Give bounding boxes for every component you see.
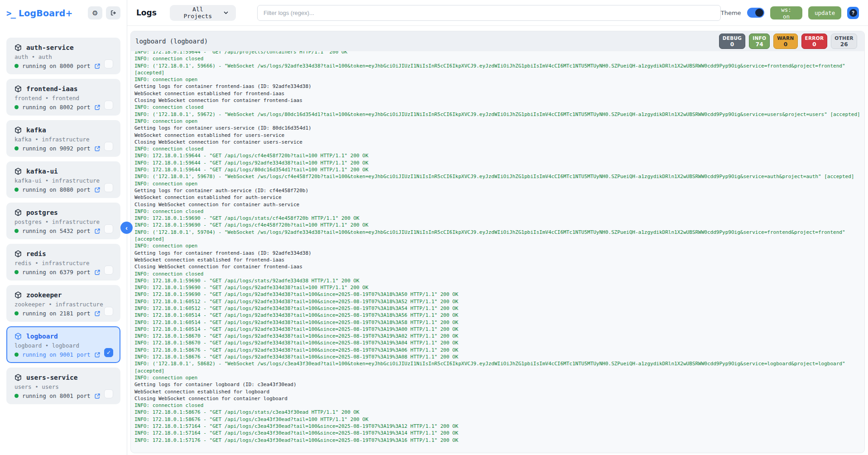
service-card-logboard[interactable]: logboardlogboard • logboardrunning on 90… — [6, 326, 120, 363]
settings-button[interactable]: ⚙ — [88, 6, 102, 19]
badge-other[interactable]: OTHER26 — [831, 34, 857, 49]
log-line: INFO: 172.18.0.1:59690 - "GET /api/logs/… — [134, 277, 861, 284]
badge-info[interactable]: INFO74 — [749, 34, 770, 49]
log-line: INFO: 172.18.0.1:59644 - "GET /api/logs/… — [134, 152, 861, 159]
service-status-text: running on 9001 port — [22, 351, 91, 358]
log-line: Getting logs for container users-service… — [134, 125, 861, 131]
log-line: [accepted] — [134, 368, 861, 374]
log-line: INFO: 172.18.0.1:59690 - "GET /api/logs/… — [134, 215, 861, 222]
log-line: INFO: 172.18.0.1:59644 - "GET /api/logs/… — [134, 160, 861, 166]
service-checkbox[interactable] — [104, 183, 113, 192]
running-status-dot — [14, 64, 19, 68]
badge-label: ERROR — [805, 35, 824, 41]
badge-label: OTHER — [834, 35, 854, 41]
websocket-status-badge[interactable]: ws: on — [770, 6, 802, 19]
open-port-link-icon[interactable] — [94, 352, 101, 358]
open-port-link-icon[interactable] — [94, 104, 101, 111]
badge-warn[interactable]: WARN0 — [773, 34, 797, 49]
service-name: kafka-ui — [26, 168, 58, 175]
service-status-text: running on 6379 port — [22, 269, 91, 276]
log-panel-title: logboard (logboard) — [135, 38, 208, 45]
log-line: INFO: connection open — [134, 374, 861, 381]
service-status-text: running on 8002 port — [22, 104, 91, 111]
log-line: INFO: 172.18.0.1:58670 - "GET /api/logs/… — [134, 333, 861, 339]
log-line: WebSocket connection established for fro… — [134, 257, 861, 263]
log-output[interactable]: INFO: 172.18.0.1:59644 - "GET /api/proje… — [131, 51, 864, 453]
project-filter-label: All Projects — [177, 6, 219, 19]
service-status-text: running on 8080 port — [22, 186, 91, 193]
badge-count: 74 — [756, 41, 763, 48]
package-icon — [14, 44, 22, 51]
open-port-link-icon[interactable] — [94, 310, 101, 317]
open-port-link-icon[interactable] — [94, 393, 101, 399]
badge-debug[interactable]: DEBUG0 — [719, 34, 746, 49]
service-checkbox[interactable] — [104, 142, 113, 151]
log-line: INFO: ('172.18.0.1', 59704) - "WebSocket… — [134, 229, 861, 236]
running-status-dot — [14, 394, 19, 398]
log-line: INFO: 172.18.0.1:60512 - "GET /api/logs/… — [134, 298, 861, 305]
theme-label: Theme — [721, 10, 741, 16]
log-line: INFO: connection closed — [134, 104, 861, 111]
package-icon — [14, 333, 22, 340]
log-line: INFO: connection closed — [134, 271, 861, 277]
service-checkbox[interactable]: ✓ — [104, 348, 113, 357]
open-port-link-icon[interactable] — [94, 228, 101, 234]
log-line: INFO: 172.18.0.1:58676 - "GET /api/logs/… — [134, 353, 861, 360]
log-line: INFO: connection closed — [134, 208, 861, 215]
service-card-kafka-ui[interactable]: kafka-uikafka-ui • infrastructurerunning… — [6, 161, 120, 198]
update-button[interactable]: update — [808, 6, 841, 19]
running-status-dot — [14, 188, 19, 192]
log-line: INFO: 172.18.0.1:60514 - "GET /api/logs/… — [134, 312, 861, 319]
gear-icon: ⚙ — [92, 10, 98, 16]
page-title: Logs — [136, 8, 157, 17]
service-card-postgres[interactable]: postgrespostgres • infrastructurerunning… — [6, 203, 120, 239]
service-subtitle: redis • infrastructure — [14, 260, 113, 266]
log-line: INFO: connection open — [134, 118, 861, 125]
service-status-text: running on 9092 port — [22, 145, 91, 152]
service-card-redis[interactable]: redisredis • infrastructurerunning on 63… — [6, 244, 120, 281]
service-card-zookeeper[interactable]: zookeeperzookeeper • infrastructurerunni… — [6, 285, 120, 322]
log-line: Closing WebSocket connection for contain… — [134, 139, 861, 145]
open-port-link-icon[interactable] — [94, 187, 101, 193]
log-line: WebSocket connection established for aut… — [134, 194, 861, 201]
service-status-text: running on 5432 port — [22, 228, 91, 234]
service-name: logboard — [26, 333, 58, 340]
log-line: WebSocket connection established for fro… — [134, 90, 861, 97]
open-port-link-icon[interactable] — [94, 63, 101, 69]
help-button[interactable]: ? — [847, 7, 859, 19]
theme-toggle[interactable] — [747, 8, 764, 18]
service-checkbox[interactable] — [104, 266, 113, 275]
badge-count: 0 — [812, 41, 816, 48]
service-checkbox[interactable] — [104, 224, 113, 233]
badge-error[interactable]: ERROR0 — [801, 34, 828, 49]
running-status-dot — [14, 353, 19, 357]
service-card-frontend-iaas[interactable]: frontend-iaasfrontend • frontendrunning … — [6, 79, 120, 116]
open-port-link-icon[interactable] — [94, 269, 101, 276]
service-checkbox[interactable] — [104, 307, 113, 316]
service-subtitle: zookeeper • infrastructure — [14, 301, 113, 308]
service-card-kafka[interactable]: kafkakafka • infrastructurerunning on 90… — [6, 120, 120, 157]
log-line: INFO: 172.18.0.1:60512 - "GET /api/logs/… — [134, 305, 861, 312]
running-status-dot — [14, 105, 19, 109]
app-logo: >_ LogBoard+ — [6, 8, 73, 18]
package-icon — [14, 291, 22, 299]
log-line: INFO: 172.18.0.1:58670 - "GET /api/logs/… — [134, 339, 861, 346]
log-line: INFO: 172.18.0.1:58676 - "GET /api/logs/… — [134, 347, 861, 353]
topbar: Logs All Projects Theme ws: on update ? — [127, 0, 868, 26]
badge-label: WARN — [777, 35, 794, 41]
service-name: redis — [26, 250, 46, 257]
log-line: INFO: 172.18.0.1:57176 - "GET /api/logs/… — [134, 437, 861, 444]
service-checkbox[interactable] — [104, 389, 113, 398]
log-line: Closing WebSocket connection for contain… — [134, 395, 861, 402]
log-line: INFO: 172.18.0.1:57164 - "GET /api/logs/… — [134, 430, 861, 436]
sidebar-collapse-button[interactable]: ‹ — [120, 222, 133, 234]
log-line: INFO: ('172.18.0.1', 59666) - "WebSocket… — [134, 63, 861, 69]
logout-button[interactable] — [106, 6, 120, 19]
service-checkbox[interactable] — [104, 101, 113, 110]
open-port-link-icon[interactable] — [94, 145, 101, 152]
log-filter-input[interactable] — [257, 5, 721, 21]
service-card-users-service[interactable]: users-serviceusers • usersrunning on 800… — [6, 368, 120, 404]
service-card-auth-service[interactable]: auth-serviceauth • authrunning on 8000 p… — [6, 38, 120, 74]
service-checkbox[interactable] — [104, 59, 113, 68]
project-filter-dropdown[interactable]: All Projects — [170, 5, 236, 21]
